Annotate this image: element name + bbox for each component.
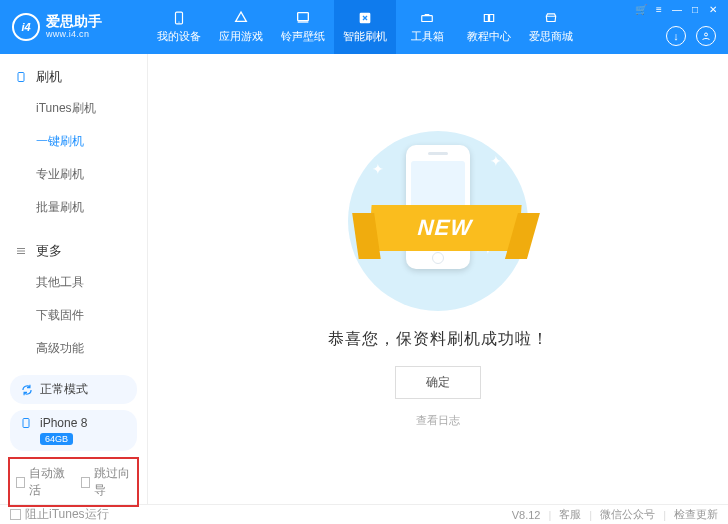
nav-my-device[interactable]: 我的设备 (148, 0, 210, 54)
nav-label: 我的设备 (157, 29, 201, 44)
svg-rect-2 (298, 13, 309, 21)
device-name: iPhone 8 (40, 416, 87, 430)
sidebar: 刷机 iTunes刷机 一键刷机 专业刷机 批量刷机 更多 其他工具 下载固件 … (0, 54, 148, 504)
app-title: 爱思助手 (46, 14, 102, 29)
nav-store[interactable]: 爱思商城 (520, 0, 582, 54)
top-nav: 我的设备 应用游戏 铃声壁纸 智能刷机 工具箱 教程中心 爱思商城 (148, 0, 582, 54)
music-icon (293, 10, 313, 26)
device-pill[interactable]: iPhone 8 64GB (10, 410, 137, 451)
checkbox-block-itunes[interactable]: 阻止iTunes运行 (10, 506, 109, 523)
nav-apps-games[interactable]: 应用游戏 (210, 0, 272, 54)
book-icon (479, 10, 499, 26)
nav-tutorials[interactable]: 教程中心 (458, 0, 520, 54)
minimize-button[interactable]: — (672, 4, 682, 14)
ok-button[interactable]: 确定 (395, 366, 481, 399)
view-log-link[interactable]: 查看日志 (416, 413, 460, 428)
nav-ringtones-wallpapers[interactable]: 铃声壁纸 (272, 0, 334, 54)
footer-link-wechat[interactable]: 微信公众号 (600, 507, 655, 522)
sidebar-section-title: 刷机 (36, 68, 62, 86)
download-button[interactable]: ↓ (666, 26, 686, 46)
svg-point-5 (705, 33, 708, 36)
list-icon (14, 244, 28, 258)
flash-icon (355, 10, 375, 26)
success-illustration: ✦ ✦ ✦ NEW (348, 131, 528, 311)
nav-toolbox[interactable]: 工具箱 (396, 0, 458, 54)
mode-pill[interactable]: 正常模式 (10, 375, 137, 404)
checkbox-icon (81, 477, 90, 488)
nav-label: 铃声壁纸 (281, 29, 325, 44)
header-actions: ↓ (666, 26, 716, 46)
checkbox-label: 自动激活 (29, 465, 66, 499)
nav-label: 工具箱 (411, 29, 444, 44)
logo-badge-icon: i4 (12, 13, 40, 41)
version-label: V8.12 (512, 509, 541, 521)
footer-link-support[interactable]: 客服 (559, 507, 581, 522)
sidebar-section-title: 更多 (36, 242, 62, 260)
checkbox-label: 跳过向导 (94, 465, 131, 499)
shop-icon (541, 10, 561, 26)
sidebar-item-pro-flash[interactable]: 专业刷机 (36, 158, 147, 191)
sidebar-section-more[interactable]: 更多 (0, 236, 147, 266)
checkbox-skip-wizard[interactable]: 跳过向导 (81, 465, 132, 499)
header: i4 爱思助手 www.i4.cn 我的设备 应用游戏 铃声壁纸 智能刷机 工具… (0, 0, 728, 54)
sidebar-item-batch-flash[interactable]: 批量刷机 (36, 191, 147, 224)
new-ribbon: NEW (368, 205, 521, 251)
checkbox-auto-activate[interactable]: 自动激活 (16, 465, 67, 499)
sparkle-icon: ✦ (490, 153, 502, 169)
sparkle-icon: ✦ (372, 161, 384, 177)
phone-icon (14, 70, 28, 84)
ribbon-text: NEW (417, 215, 473, 241)
svg-rect-4 (422, 16, 433, 22)
cart-icon[interactable]: 🛒 (636, 4, 646, 14)
sidebar-item-download-firmware[interactable]: 下载固件 (36, 299, 147, 332)
nav-label: 应用游戏 (219, 29, 263, 44)
sidebar-item-advanced[interactable]: 高级功能 (36, 332, 147, 365)
nav-label: 爱思商城 (529, 29, 573, 44)
sidebar-item-itunes-flash[interactable]: iTunes刷机 (36, 92, 147, 125)
svg-rect-7 (23, 419, 29, 428)
apps-icon (231, 10, 251, 26)
sidebar-item-other-tools[interactable]: 其他工具 (36, 266, 147, 299)
nav-label: 教程中心 (467, 29, 511, 44)
nav-label: 智能刷机 (343, 29, 387, 44)
menu-icon[interactable]: ≡ (654, 4, 664, 14)
sidebar-section-flash[interactable]: 刷机 (0, 62, 147, 92)
storage-badge: 64GB (40, 433, 73, 445)
sidebar-item-oneclick-flash[interactable]: 一键刷机 (36, 125, 147, 158)
close-button[interactable]: ✕ (708, 4, 718, 14)
checkbox-icon (16, 477, 25, 488)
checkbox-icon (10, 509, 21, 520)
checkbox-label: 阻止iTunes运行 (25, 506, 109, 523)
mode-label: 正常模式 (40, 381, 88, 398)
device-icon (20, 416, 34, 430)
svg-rect-6 (18, 73, 24, 82)
options-highlight-box: 自动激活 跳过向导 (8, 457, 139, 507)
toolbox-icon (417, 10, 437, 26)
window-controls: 🛒 ≡ — □ ✕ (636, 4, 718, 14)
logo[interactable]: i4 爱思助手 www.i4.cn (0, 13, 148, 41)
user-button[interactable] (696, 26, 716, 46)
refresh-icon (20, 383, 34, 397)
maximize-button[interactable]: □ (690, 4, 700, 14)
footer-link-update[interactable]: 检查更新 (674, 507, 718, 522)
nav-smart-flash[interactable]: 智能刷机 (334, 0, 396, 54)
main-panel: ✦ ✦ ✦ NEW 恭喜您，保资料刷机成功啦！ 确定 查看日志 (148, 54, 728, 504)
svg-point-1 (178, 22, 179, 23)
success-message: 恭喜您，保资料刷机成功啦！ (328, 329, 549, 350)
device-icon (169, 10, 189, 26)
app-url: www.i4.cn (46, 30, 102, 40)
